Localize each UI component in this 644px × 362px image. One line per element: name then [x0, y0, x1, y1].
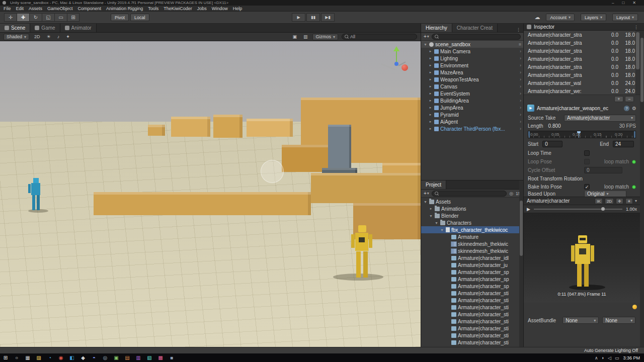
unity-icon[interactable]: ◆	[77, 355, 89, 360]
volume-icon[interactable]: ◁	[608, 355, 611, 360]
hierarchy-item-jumparea[interactable]: ▸JumpArea›	[421, 104, 523, 111]
expand-arrow-icon[interactable]: ▸	[428, 77, 433, 81]
expand-arrow-icon[interactable]: ▼	[423, 200, 428, 204]
gizmos-dropdown[interactable]: Gizmos▾	[312, 34, 338, 40]
project-item-skinnedmesh-thekiwic[interactable]: skinnedmesh_thekiwic	[421, 240, 519, 247]
start-field[interactable]: 0	[542, 141, 562, 147]
app-gray-icon[interactable]: ■	[166, 355, 177, 360]
2d-toggle[interactable]: 2D	[33, 34, 42, 39]
menu-animation-rigging[interactable]: Animation Rigging	[104, 6, 145, 11]
hierarchy-item-canvas[interactable]: ▸Canvas›	[421, 83, 523, 90]
hand-tool[interactable]: ✛	[4, 13, 17, 22]
loop-pose-checkbox[interactable]	[584, 159, 590, 164]
expand-arrow-icon[interactable]: ▸	[428, 70, 433, 74]
tab-project[interactable]: Project	[421, 180, 446, 189]
pause-button[interactable]: ▮▮	[306, 13, 320, 22]
panel-menu-icon[interactable]: ⋮	[514, 27, 523, 32]
start-icon[interactable]: ⊞	[0, 355, 11, 360]
app-orange-icon[interactable]: ▤	[122, 355, 133, 360]
minimize-button[interactable]: –	[612, 1, 614, 5]
lighting-toggle-icon[interactable]: ☀	[45, 34, 52, 39]
cloud-icon[interactable]: ☁	[534, 14, 540, 21]
preview-play-button[interactable]: ▶	[527, 207, 530, 212]
expand-arrow-icon[interactable]: ▼	[423, 43, 428, 46]
project-item-armature-character-sti[interactable]: Armature|character_sti	[421, 297, 519, 304]
expand-arrow-icon[interactable]: ▸	[428, 92, 433, 96]
project-item-armature-character-sti[interactable]: Armature|character_sti	[421, 339, 519, 346]
package-visibility-icon[interactable]: ◎	[509, 191, 513, 196]
preview-handle-icon[interactable]	[632, 305, 637, 309]
end-field[interactable]: 24	[613, 141, 634, 147]
hierarchy-item-character-thirdperson-fbx[interactable]: ▸Character ThirdPerson (fbx...›	[421, 125, 523, 132]
scene-menu-icon[interactable]: ≡	[519, 42, 521, 47]
menu-tools[interactable]: Tools	[145, 6, 161, 11]
network-icon[interactable]: ◗	[602, 355, 604, 360]
project-item-armature[interactable]: Armature	[421, 233, 519, 240]
task-view-icon[interactable]: ▦	[22, 355, 33, 360]
animation-preview-viewport[interactable]: 0:11 (047.8%) Frame 11	[524, 213, 640, 303]
preview-light-toggle-icon[interactable]: ☀	[625, 198, 633, 204]
menu-gameobject[interactable]: GameObject	[45, 6, 75, 11]
clip-list-scrollbar[interactable]	[635, 31, 640, 95]
project-item-characters[interactable]: ▼Characters	[421, 219, 519, 226]
clip-end-handle[interactable]	[634, 131, 635, 138]
expand-arrow-icon[interactable]: ▼	[440, 228, 444, 232]
local-button[interactable]: Local	[130, 14, 149, 21]
expand-arrow-icon[interactable]: ▸	[428, 63, 433, 67]
effects-toggle-icon[interactable]: ✦	[64, 34, 71, 39]
close-button[interactable]: ✕	[632, 1, 636, 5]
expand-arrow-icon[interactable]: ▸	[428, 84, 433, 88]
search-icon[interactable]: ○	[11, 355, 22, 360]
app-purple-icon[interactable]: ▥	[133, 355, 144, 360]
loop-time-checkbox[interactable]	[584, 150, 590, 156]
account-dropdown[interactable]: Account▾	[546, 14, 575, 21]
hierarchy-item-buildingarea[interactable]: ▸BuildingArea›	[421, 97, 523, 104]
menu-jobs[interactable]: Jobs	[195, 6, 209, 11]
preview-timeline-slider[interactable]	[534, 209, 622, 210]
expand-arrow-icon[interactable]: ▸	[428, 99, 433, 103]
menu-component[interactable]: Component	[75, 6, 104, 11]
auto-generate-lighting-button[interactable]: Auto Generate Lighting Off	[584, 348, 638, 353]
help-icon[interactable]: ?	[624, 106, 629, 111]
tab-game[interactable]: Game	[30, 24, 60, 32]
layers-dropdown[interactable]: Layers▾	[581, 14, 606, 21]
menu-file[interactable]: File	[1, 6, 14, 11]
bake-into-pose-checkbox[interactable]: ✓	[584, 184, 590, 190]
pivot-button[interactable]: Pivot	[111, 14, 129, 21]
clip-row[interactable]: Armature|character_stra0.018.0	[524, 55, 635, 63]
scene-root-row[interactable]: ▼ scene_sandbox ≡	[421, 41, 523, 48]
project-item-armature-character-sp[interactable]: Armature|character_sp	[421, 283, 519, 290]
clip-start-handle[interactable]	[528, 131, 530, 138]
menu-help[interactable]: Help	[230, 6, 245, 11]
expand-arrow-icon[interactable]: ▸	[428, 127, 433, 131]
menu-window[interactable]: Window	[209, 6, 230, 11]
project-item-armature-character-idl[interactable]: Armature|character_idl	[421, 254, 519, 261]
move-tool[interactable]: ✚	[17, 13, 29, 22]
vscode-icon[interactable]: ◧	[66, 355, 77, 360]
tab-animator[interactable]: Animator	[60, 24, 97, 32]
chrome-icon[interactable]: ◉	[55, 355, 66, 360]
edge-icon[interactable]: ◔	[44, 355, 55, 360]
project-item-fbx-character-thekiwicoc[interactable]: ▼fbx_character_thekiwicoc	[421, 226, 519, 233]
panel-menu-icon[interactable]: ⋮	[631, 25, 641, 30]
menu-assets[interactable]: Assets	[26, 6, 45, 11]
audio-toggle-icon[interactable]: ♪	[56, 34, 61, 39]
gear-icon[interactable]: ⚙	[632, 106, 636, 111]
app-pink-icon[interactable]: ▩	[155, 355, 166, 360]
steam-icon[interactable]: ◎	[100, 355, 111, 360]
camera-settings-icon[interactable]: ▣	[291, 34, 298, 39]
slider-thumb[interactable]	[601, 207, 605, 211]
remove-clip-button[interactable]: −	[625, 96, 634, 102]
scrollbar-thumb[interactable]	[520, 201, 523, 256]
discord-icon[interactable]: ◓	[89, 355, 100, 360]
create-button[interactable]: +▾	[424, 34, 429, 39]
inspector-tab-label[interactable]: Inspector	[534, 24, 554, 30]
hierarchy-item-pyramid[interactable]: ▸Pyramid›	[421, 111, 523, 118]
assetbundle-dropdown[interactable]: None▾	[562, 317, 599, 324]
scene-search-input[interactable]: All	[342, 34, 417, 40]
chevron-down-icon[interactable]: ▾	[635, 199, 637, 203]
add-clip-button[interactable]: +	[614, 96, 623, 102]
expand-arrow-icon[interactable]: ▸	[429, 207, 433, 211]
expand-arrow-icon[interactable]: ▸	[428, 113, 433, 117]
draw-mode-dropdown[interactable]: Shaded▾	[4, 34, 29, 40]
